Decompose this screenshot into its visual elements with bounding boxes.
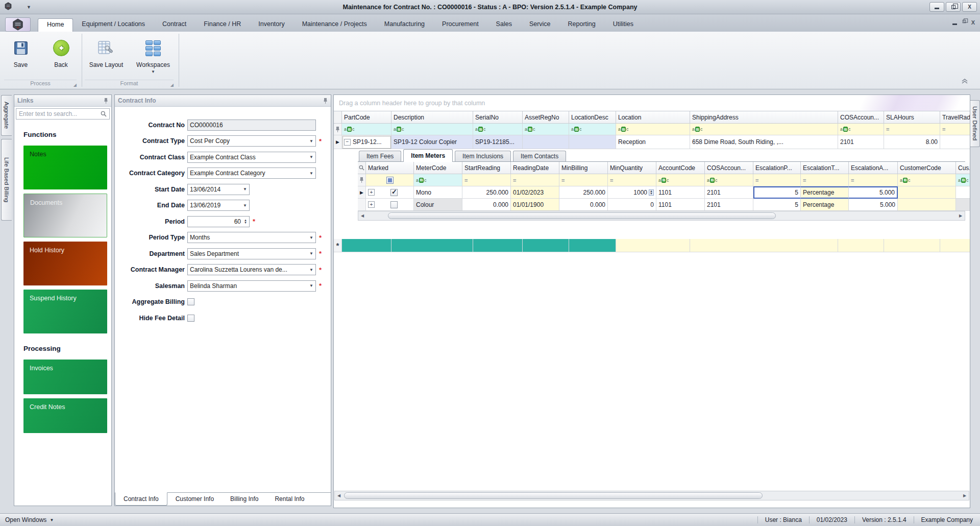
append-cell-location[interactable] — [616, 239, 690, 252]
chevron-down-icon[interactable]: ▼ — [309, 171, 313, 176]
collapse-row-icon[interactable]: − — [344, 139, 351, 146]
cell-cus[interactable] — [956, 186, 970, 199]
ribbon-tab-reporting[interactable]: Reporting — [559, 18, 604, 32]
side-tab-life-based-billing[interactable]: Life Based Billing — [1, 139, 12, 221]
period-stepper[interactable]: 60▲▼ — [187, 216, 250, 227]
end-date-combo[interactable]: 13/06/2019▼ — [187, 200, 250, 211]
mdi-restore-icon[interactable] — [962, 20, 965, 23]
column-header-cus[interactable]: Cus... — [956, 162, 970, 174]
mdi-close-icon[interactable]: X — [971, 19, 975, 26]
tab-item-meters[interactable]: Item Meters — [403, 149, 453, 162]
append-cell-description[interactable] — [391, 239, 473, 252]
filter-cell-metercode[interactable]: aBc — [414, 174, 462, 186]
append-cell-shippingaddress[interactable] — [690, 239, 838, 252]
filter-cell-cosaccoun[interactable]: aBc — [838, 124, 884, 135]
column-header-readingdate[interactable]: ReadingDate — [511, 162, 559, 174]
cell-travelradiu[interactable] — [940, 135, 970, 149]
cell-escalationt[interactable]: Percentage — [801, 199, 849, 211]
marked-checkbox[interactable] — [390, 189, 398, 196]
links-search-box[interactable] — [16, 108, 110, 119]
tab-rental-info[interactable]: Rental Info — [266, 493, 312, 506]
tab-customer-info[interactable]: Customer Info — [167, 493, 222, 506]
filter-cell-accountcode[interactable]: aBc — [656, 174, 705, 186]
link-button-documents[interactable]: Documents — [23, 194, 107, 237]
cell-startreading[interactable]: 250.000 — [462, 186, 511, 199]
column-header-escalationt[interactable]: EscalationT... — [801, 162, 849, 174]
column-header-partcode[interactable]: PartCode — [342, 111, 391, 124]
column-header-minbilling[interactable]: MinBilling — [559, 162, 608, 174]
column-header-marked[interactable]: Marked — [366, 162, 414, 174]
ribbon-tab-utilities[interactable]: Utilities — [604, 18, 642, 32]
cell-assetregno[interactable] — [523, 135, 569, 149]
column-header-slahours[interactable]: SLAHours — [884, 111, 940, 124]
filter-cell-minquantity[interactable]: = — [608, 174, 656, 186]
workspaces-button[interactable]: Workspaces ▼ — [131, 35, 175, 80]
start-date-combo[interactable]: 13/06/2014▼ — [187, 184, 250, 195]
link-button-invoices[interactable]: Invoices — [23, 360, 107, 394]
marked-checkbox[interactable] — [390, 201, 398, 208]
append-cell-serialno[interactable] — [473, 239, 523, 252]
column-header-customercode[interactable]: CustomerCode — [898, 162, 956, 174]
cell-cosaccoun[interactable]: 2101 — [705, 186, 753, 199]
contract-category-combo[interactable]: Example Contract Category▼ — [187, 168, 316, 179]
ribbon-tab-maintenance-projects[interactable]: Maintenance / Projects — [293, 18, 376, 32]
search-input[interactable] — [19, 110, 101, 117]
cell-metercode[interactable]: Mono — [414, 186, 462, 199]
cell-description[interactable]: SP19-12 Colour Copier — [391, 135, 473, 149]
cell-cosaccoun[interactable]: 2101 — [705, 199, 753, 211]
chevron-down-icon[interactable]: ▼ — [309, 283, 313, 288]
application-button[interactable] — [5, 17, 31, 32]
cell-slahours[interactable]: 8.00 — [884, 135, 940, 149]
group-dialog-launcher-icon[interactable]: ◢ — [170, 83, 174, 87]
append-cell-assetregno[interactable] — [523, 239, 569, 252]
filter-cell-marked[interactable] — [366, 174, 414, 186]
minimize-button[interactable] — [929, 2, 944, 12]
column-header-startreading[interactable]: StartReading — [462, 162, 511, 174]
column-header-assetregno[interactable]: AssetRegNo — [523, 111, 569, 124]
cell-cosaccoun[interactable]: 2101 — [838, 135, 884, 149]
tab-item-inclusions[interactable]: Item Inclusions — [455, 151, 511, 161]
cell-marked[interactable]: + — [366, 199, 414, 211]
filter-cell-partcode[interactable]: aBc — [342, 124, 391, 135]
scroll-right-icon[interactable]: ▶ — [958, 213, 964, 218]
column-header-serialno[interactable]: SerialNo — [473, 111, 523, 124]
cell-escalationt[interactable]: Percentage — [801, 186, 849, 199]
cell-cus[interactable] — [956, 199, 970, 211]
ribbon-tab-inventory[interactable]: Inventory — [250, 18, 293, 32]
chevron-down-icon[interactable]: ▼ — [309, 139, 313, 144]
scroll-left-icon[interactable]: ◀ — [359, 213, 365, 218]
chevron-down-icon[interactable]: ▼ — [243, 187, 247, 192]
cell-customercode[interactable] — [898, 199, 956, 211]
filter-cell-description[interactable]: aBc — [391, 124, 473, 135]
cell-accountcode[interactable]: 1101 — [656, 186, 705, 199]
column-header-location[interactable]: Location — [616, 111, 690, 124]
append-row[interactable]: * — [334, 239, 970, 252]
restore-button[interactable] — [946, 2, 961, 12]
open-windows-button[interactable]: Open Windows ▼ — [5, 516, 54, 523]
cell-escalationp[interactable]: 5 — [753, 199, 801, 211]
contract-manager-combo[interactable]: Carolina Suzzetta Lourens van de...▼ — [187, 264, 316, 275]
append-cell-cosaccoun[interactable] — [838, 239, 884, 252]
filter-cell-slahours[interactable]: = — [884, 124, 940, 135]
cell-locationdesc[interactable] — [569, 135, 616, 149]
cell-serialno[interactable]: SP19-12185... — [473, 135, 523, 149]
cell-escalationa[interactable]: 5.000 — [849, 199, 898, 211]
save-layout-button[interactable]: Save Layout — [84, 35, 128, 80]
cell-startreading[interactable]: 0.000 — [462, 199, 511, 211]
pin-icon[interactable] — [323, 98, 328, 104]
filter-cell-escalationt[interactable]: = — [801, 174, 849, 186]
filter-cell-assetregno[interactable]: aBc — [523, 124, 569, 135]
column-header-cosaccoun[interactable]: COSAccoun... — [838, 111, 884, 124]
aggregate-billing-checkbox[interactable] — [187, 298, 194, 305]
cell-minquantity[interactable]: 0 — [608, 199, 656, 211]
detail-search-icon[interactable] — [358, 162, 366, 174]
column-header-minquantity[interactable]: MinQuantity — [608, 162, 656, 174]
append-cell-partcode[interactable] — [342, 239, 391, 252]
department-combo[interactable]: Sales Department▼ — [187, 248, 316, 259]
search-icon[interactable] — [101, 111, 107, 117]
salesman-combo[interactable]: Belinda Sharman▼ — [187, 280, 316, 292]
hide-fee-detail-checkbox[interactable] — [187, 315, 194, 322]
cell-readingdate[interactable]: 01/01/1900 — [511, 199, 559, 211]
cell-readingdate[interactable]: 01/02/2023 — [511, 186, 559, 199]
close-button[interactable]: X — [962, 2, 977, 12]
